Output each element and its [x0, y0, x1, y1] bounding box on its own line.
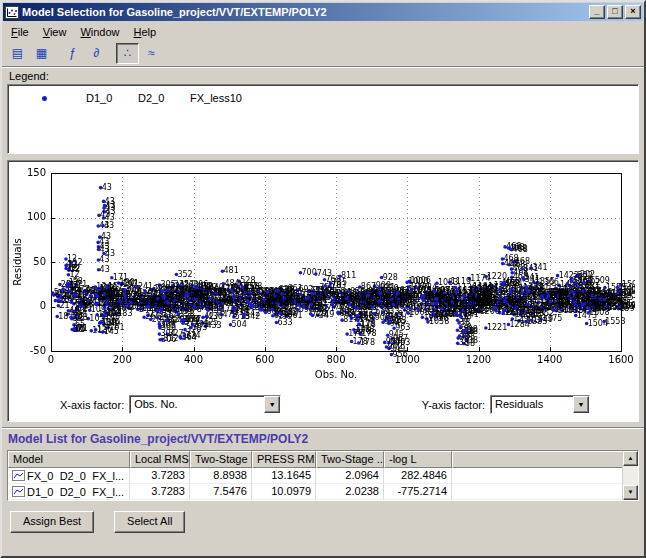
residuals-plot-canvas[interactable]: [11, 163, 635, 381]
chevron-down-icon[interactable]: ▼: [573, 396, 589, 413]
model-seg-twostage: FX_l...: [92, 470, 125, 482]
scroll-up-icon[interactable]: ▲: [623, 451, 638, 466]
filler-cell: [452, 468, 622, 484]
scatter-marker-icon: [42, 96, 47, 101]
col-model[interactable]: Model: [8, 451, 130, 468]
toolbar: ▤ ▦ ƒ ∂ ∴ ≈: [2, 41, 644, 67]
residuals-plot-icon[interactable]: ∴: [116, 43, 139, 64]
col-two-stage-1[interactable]: Two-Stage ...: [190, 451, 252, 468]
press-rmse-value: 13.1645: [252, 468, 316, 484]
model-seg-local: FX_0: [27, 470, 60, 482]
model-selection-window: Model Selection for Gasoline_project/VVT…: [0, 0, 646, 558]
menu-view[interactable]: View: [36, 24, 74, 40]
model-name-cell: D1_0 D2_0 FX_l...: [8, 484, 130, 500]
chevron-down-icon[interactable]: ▼: [264, 396, 280, 413]
col-two-stage-2[interactable]: Two-Stage ...: [316, 451, 384, 468]
col-filler: [452, 451, 622, 468]
tests-plot-icon[interactable]: ▤: [6, 43, 29, 64]
menu-file[interactable]: File: [4, 24, 36, 40]
y-factor-label: Y-axis factor:: [422, 399, 485, 411]
x-factor-select[interactable]: Obs. No. ▼: [129, 395, 281, 414]
col-log-l[interactable]: -log L: [384, 451, 452, 468]
x-factor-group: X-axis factor: Obs. No. ▼: [60, 395, 281, 414]
model-seg-global: D2_0: [60, 470, 93, 482]
table-row[interactable]: FX_0 D2_0 FX_l... 3.7283 8.8938 13.1645 …: [8, 468, 622, 484]
global-model-icon[interactable]: ∂: [85, 43, 108, 64]
minimize-button[interactable]: _: [589, 5, 605, 19]
window-title: Model Selection for Gasoline_project/VVT…: [22, 6, 587, 18]
app-icon: [5, 6, 19, 19]
y-factor-value: Residuals: [491, 396, 573, 413]
y-factor-group: Y-axis factor: Residuals ▼: [422, 395, 590, 414]
two-stage-1-value: 7.5476: [190, 484, 252, 500]
legend-marker: [42, 96, 86, 101]
log-l-value: -775.2714: [384, 484, 452, 500]
model-seg-global: D2_0: [60, 486, 93, 498]
model-list-title: Model List for Gasoline_project/VVT/EXTE…: [2, 427, 644, 449]
local-rmse-value: 3.7283: [130, 484, 190, 500]
two-stage-2-value: 2.0238: [316, 484, 384, 500]
y-factor-select[interactable]: Residuals ▼: [490, 395, 590, 414]
scroll-down-icon[interactable]: ▼: [623, 485, 638, 500]
menu-window[interactable]: Window: [73, 24, 126, 40]
table-scrollbar[interactable]: ▲ ▼: [622, 451, 638, 500]
close-button[interactable]: ×: [625, 5, 641, 19]
maximize-button[interactable]: □: [607, 5, 623, 19]
press-rmse-value: 10.0979: [252, 484, 316, 500]
likelihood-plot-icon[interactable]: ≈: [140, 43, 163, 64]
model-seg-twostage: FX_l...: [92, 486, 125, 498]
select-all-button[interactable]: Select All: [114, 511, 185, 533]
predicted-observed-icon[interactable]: ▦: [30, 43, 53, 64]
model-table: Model Local RMSE Two-Stage ... PRESS RM.…: [7, 450, 639, 501]
legend-item-local: D1_0: [86, 92, 138, 104]
log-l-value: 282.4846: [384, 468, 452, 484]
legend-item-twostage: FX_less10: [190, 92, 242, 104]
model-plot-icon: [12, 470, 25, 481]
residuals-plot-panel: X-axis factor: Obs. No. ▼ Y-axis factor:…: [7, 160, 639, 422]
factor-row: X-axis factor: Obs. No. ▼ Y-axis factor:…: [8, 395, 638, 414]
table-header-row: Model Local RMSE Two-Stage ... PRESS RM.…: [8, 451, 622, 468]
two-stage-2-value: 2.0964: [316, 468, 384, 484]
legend-box: D1_0 D2_0 FX_less10: [7, 84, 639, 154]
model-plot-icon: [12, 486, 25, 497]
menu-help[interactable]: Help: [127, 24, 164, 40]
model-table-grid: Model Local RMSE Two-Stage ... PRESS RM.…: [8, 451, 622, 500]
filler-cell: [452, 484, 622, 500]
menu-bar: File View Window Help: [2, 22, 644, 41]
legend-entry: D1_0 D2_0 FX_less10: [8, 92, 638, 104]
two-stage-1-value: 8.8938: [190, 468, 252, 484]
model-seg-local: D1_0: [27, 486, 60, 498]
assign-best-button[interactable]: Assign Best: [10, 511, 94, 533]
legend-item-global: D2_0: [138, 92, 190, 104]
local-model-icon[interactable]: ƒ: [61, 43, 84, 64]
action-buttons: Assign Best Select All: [10, 511, 644, 533]
x-factor-value: Obs. No.: [130, 396, 264, 413]
model-name-cell: FX_0 D2_0 FX_l...: [8, 468, 130, 484]
title-bar[interactable]: Model Selection for Gasoline_project/VVT…: [3, 3, 643, 21]
col-local-rmse[interactable]: Local RMSE: [130, 451, 190, 468]
x-factor-label: X-axis factor:: [60, 399, 124, 411]
table-row[interactable]: D1_0 D2_0 FX_l... 3.7283 7.5476 10.0979 …: [8, 484, 622, 500]
col-press-rmse[interactable]: PRESS RM...: [252, 451, 316, 468]
legend-label: Legend:: [9, 70, 644, 83]
local-rmse-value: 3.7283: [130, 468, 190, 484]
